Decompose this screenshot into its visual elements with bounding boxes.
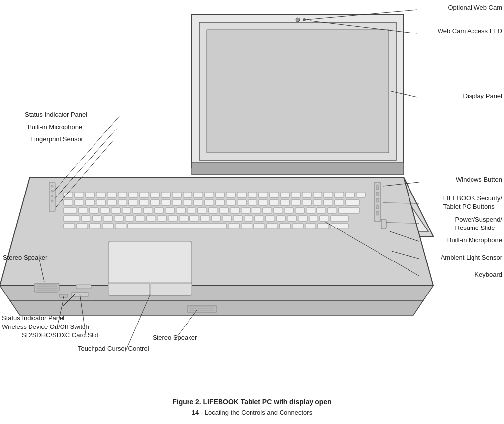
- svg-rect-62: [122, 208, 131, 213]
- svg-rect-81: [328, 208, 337, 213]
- svg-rect-34: [107, 200, 116, 205]
- svg-rect-24: [302, 192, 311, 197]
- svg-rect-67: [176, 208, 185, 213]
- svg-rect-80: [317, 208, 326, 213]
- svg-rect-114: [228, 224, 239, 229]
- svg-rect-61: [111, 208, 120, 213]
- svg-rect-13: [183, 192, 192, 197]
- svg-rect-87: [114, 216, 123, 221]
- web-cam-access-led-label: Web Cam Access LED: [438, 27, 502, 35]
- svg-rect-134: [376, 192, 379, 196]
- svg-rect-90: [147, 216, 156, 221]
- svg-rect-110: [90, 224, 100, 229]
- svg-rect-63: [133, 208, 142, 213]
- svg-rect-125: [108, 283, 150, 295]
- svg-point-1: [303, 19, 306, 21]
- ambient-light-sensor-label: Ambient Light Sensor: [441, 254, 502, 262]
- keyboard-label: Keyboard: [474, 271, 502, 279]
- svg-rect-32: [86, 200, 94, 205]
- svg-rect-44: [216, 200, 224, 205]
- svg-rect-104: [298, 216, 307, 221]
- page-footer: 14 - Locating the Controls and Connector…: [0, 409, 504, 416]
- svg-rect-102: [277, 216, 285, 221]
- svg-rect-121: [318, 224, 329, 229]
- svg-rect-111: [102, 224, 113, 229]
- svg-rect-46: [237, 200, 246, 205]
- svg-rect-86: [103, 216, 112, 221]
- svg-rect-149: [59, 294, 68, 297]
- svg-rect-16: [216, 192, 224, 197]
- builtin-microphone-right-label: Built-in Microphone: [447, 236, 502, 245]
- svg-rect-8: [129, 192, 138, 197]
- svg-rect-84: [82, 216, 91, 221]
- sd-card-slot-label: SD/SDHC/SDXC Card Slot: [22, 331, 98, 340]
- svg-rect-116: [254, 224, 265, 229]
- svg-rect-115: [241, 224, 252, 229]
- svg-rect-68: [187, 208, 196, 213]
- svg-point-0: [296, 18, 300, 22]
- svg-rect-75: [263, 208, 272, 213]
- svg-rect-58: [79, 208, 88, 213]
- fingerprint-sensor-label: Fingerprint Sensor: [31, 135, 83, 144]
- svg-rect-107: [331, 216, 348, 221]
- svg-rect-137: [376, 211, 379, 215]
- footer-text: - Locating the Controls and Connectors: [199, 409, 312, 416]
- svg-rect-105: [309, 216, 318, 221]
- svg-rect-9: [140, 192, 149, 197]
- svg-rect-69: [198, 208, 207, 213]
- svg-rect-95: [201, 216, 210, 221]
- svg-rect-113: [128, 224, 226, 229]
- svg-rect-19: [248, 192, 257, 197]
- svg-rect-7: [118, 192, 127, 197]
- svg-rect-133: [376, 185, 379, 190]
- svg-rect-119: [292, 224, 303, 229]
- svg-rect-117: [267, 224, 278, 229]
- svg-rect-12: [172, 192, 181, 197]
- svg-rect-48: [259, 200, 268, 205]
- figure-caption: Figure 2. LIFEBOOK Tablet PC with displa…: [0, 398, 504, 406]
- svg-rect-76: [274, 208, 283, 213]
- svg-rect-112: [115, 224, 126, 229]
- svg-rect-15: [205, 192, 214, 197]
- svg-rect-78: [295, 208, 304, 213]
- svg-rect-54: [324, 200, 333, 205]
- svg-rect-64: [144, 208, 153, 213]
- svg-point-130: [51, 195, 54, 197]
- svg-rect-50: [281, 200, 289, 205]
- svg-rect-35: [118, 200, 127, 205]
- svg-rect-57: [64, 208, 77, 213]
- svg-rect-29: [356, 192, 365, 197]
- svg-rect-135: [376, 198, 379, 202]
- svg-rect-74: [252, 208, 261, 213]
- svg-rect-65: [155, 208, 163, 213]
- svg-rect-31: [75, 200, 84, 205]
- svg-rect-40: [172, 200, 181, 205]
- svg-rect-33: [96, 200, 105, 205]
- svg-rect-25: [313, 192, 322, 197]
- svg-rect-30: [64, 200, 73, 205]
- svg-rect-5: [96, 192, 105, 197]
- svg-rect-101: [266, 216, 275, 221]
- svg-rect-89: [136, 216, 145, 221]
- svg-rect-52: [302, 200, 311, 205]
- builtin-microphone-top-label: Built-in Microphone: [28, 123, 82, 131]
- svg-rect-88: [125, 216, 134, 221]
- svg-rect-42: [194, 200, 203, 205]
- svg-rect-91: [158, 216, 166, 221]
- status-indicator-panel-top-label: Status Indicator Panel: [25, 111, 87, 119]
- svg-rect-28: [346, 192, 354, 197]
- svg-rect-136: [376, 205, 379, 209]
- svg-rect-118: [280, 224, 290, 229]
- svg-rect-106: [320, 216, 329, 221]
- svg-rect-36: [129, 200, 138, 205]
- svg-rect-41: [183, 200, 192, 205]
- svg-rect-23: [291, 192, 300, 197]
- svg-rect-77: [284, 208, 293, 213]
- svg-point-128: [51, 185, 54, 188]
- svg-rect-70: [209, 208, 218, 213]
- svg-rect-20: [259, 192, 268, 197]
- svg-rect-18: [237, 192, 246, 197]
- stereo-speaker-bottom-label: Stereo Speaker: [153, 334, 197, 342]
- svg-rect-109: [77, 224, 88, 229]
- svg-rect-85: [93, 216, 101, 221]
